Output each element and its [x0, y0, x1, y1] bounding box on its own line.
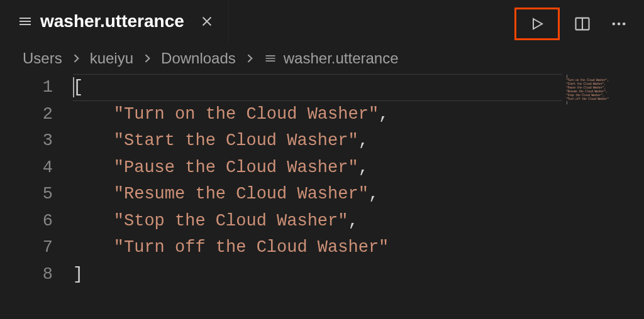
- tab-active[interactable]: washer.utterance: [0, 0, 229, 43]
- code-line[interactable]: "Stop the Cloud Washer",: [73, 208, 644, 235]
- breadcrumb-file[interactable]: washer.utterance: [264, 50, 399, 67]
- chevron-right-icon: [241, 52, 258, 65]
- file-icon: [18, 14, 33, 29]
- line-number: 5: [0, 181, 53, 208]
- code-line[interactable]: "Start the Cloud Washer",: [73, 127, 644, 154]
- minimap-line: ]: [564, 100, 644, 104]
- file-icon: [264, 51, 277, 65]
- chevron-right-icon: [67, 52, 85, 65]
- breadcrumb-segment[interactable]: Downloads: [161, 50, 236, 67]
- tab-container: washer.utterance: [0, 0, 229, 43]
- code-editor[interactable]: 12345678 [ "Turn on the Cloud Washer", "…: [0, 74, 644, 288]
- line-number: 4: [0, 154, 53, 181]
- breadcrumb-filename: washer.utterance: [284, 50, 399, 67]
- code-line[interactable]: [: [73, 74, 644, 101]
- line-number: 3: [0, 127, 53, 154]
- tab-close-button[interactable]: [197, 11, 217, 31]
- svg-point-4: [623, 23, 626, 26]
- line-gutter: 12345678: [0, 74, 73, 288]
- split-editor-button[interactable]: [569, 10, 596, 38]
- run-button[interactable]: [514, 8, 560, 40]
- chevron-right-icon: [138, 52, 156, 65]
- line-number: 8: [0, 261, 53, 288]
- line-number: 6: [0, 208, 53, 235]
- minimap[interactable]: [ "Turn on the Cloud Washer", "Start the…: [564, 74, 644, 118]
- text-cursor: [73, 77, 74, 97]
- code-line[interactable]: "Turn on the Cloud Washer",: [73, 101, 644, 128]
- line-number: 7: [0, 234, 53, 261]
- code-content[interactable]: [ "Turn on the Cloud Washer", "Start the…: [73, 74, 644, 288]
- line-number: 1: [0, 74, 53, 101]
- tab-bar: washer.utterance: [0, 0, 644, 43]
- more-actions-button[interactable]: [605, 10, 633, 38]
- breadcrumb-segment[interactable]: kueiyu: [90, 50, 133, 67]
- svg-point-2: [613, 23, 616, 26]
- breadcrumb: Users kueiyu Downloads washer.utterance: [0, 43, 644, 74]
- breadcrumb-segment[interactable]: Users: [23, 50, 62, 67]
- code-line[interactable]: ]: [73, 261, 644, 288]
- line-number: 2: [0, 101, 53, 128]
- editor-actions: [514, 8, 633, 40]
- code-line[interactable]: "Turn off the Cloud Washer": [73, 234, 644, 261]
- code-line[interactable]: "Resume the Cloud Washer",: [73, 181, 644, 208]
- tab-filename: washer.utterance: [40, 11, 184, 31]
- code-line[interactable]: "Pause the Cloud Washer",: [73, 154, 644, 181]
- svg-point-3: [618, 23, 621, 26]
